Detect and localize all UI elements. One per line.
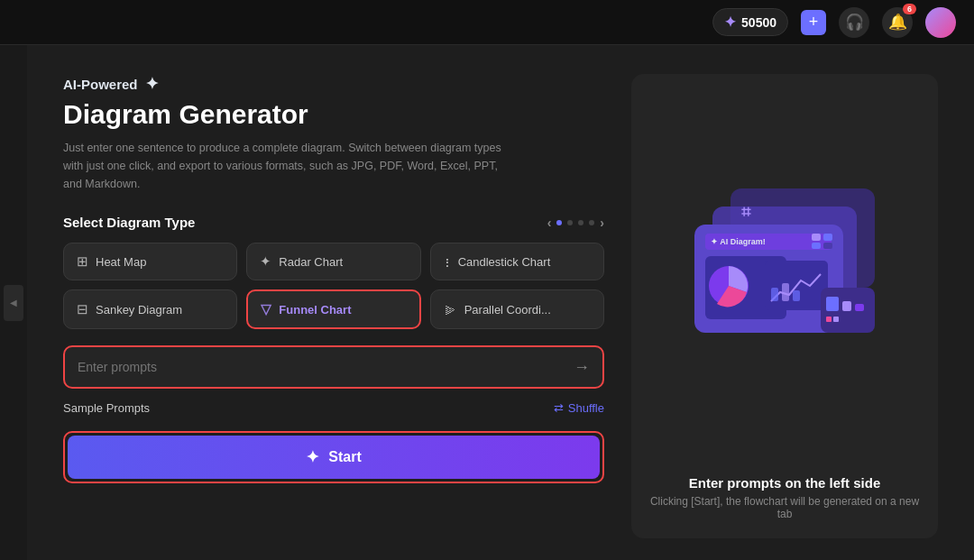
candlestick-label: Candlestick Chart xyxy=(458,255,551,269)
sparkle-icon: ✦ xyxy=(145,74,159,94)
notification-btn[interactable]: 🔔 6 xyxy=(882,7,913,38)
svg-rect-17 xyxy=(826,297,839,311)
ai-label: AI-Powered ✦ xyxy=(63,74,604,94)
add-button[interactable]: + xyxy=(801,10,826,35)
svg-rect-13 xyxy=(812,243,821,249)
start-star-icon: ✦ xyxy=(306,447,319,467)
svg-rect-19 xyxy=(855,304,864,311)
star-icon: ✦ xyxy=(724,14,736,31)
sample-prompts-row: Sample Prompts ⇄ Shuffle xyxy=(63,401,604,415)
diagram-btn-sankey[interactable]: ⊟ Sankey Diagram xyxy=(63,289,237,329)
svg-rect-14 xyxy=(823,243,832,249)
prompt-input[interactable] xyxy=(78,360,574,374)
dot-2 xyxy=(567,220,573,225)
notification-badge: 6 xyxy=(903,4,916,14)
pagination: ‹ › xyxy=(547,216,604,230)
svg-rect-20 xyxy=(826,317,832,322)
sample-prompts-label: Sample Prompts xyxy=(63,401,150,415)
shuffle-icon: ⇄ xyxy=(554,401,564,415)
page-title: Diagram Generator xyxy=(63,99,604,130)
points-display: ✦ 50500 xyxy=(712,8,788,36)
left-panel: AI-Powered ✦ Diagram Generator Just ente… xyxy=(63,74,604,538)
start-button-wrap: ✦ Start xyxy=(63,431,604,483)
prompt-submit-arrow[interactable]: → xyxy=(574,358,590,377)
sankey-icon: ⊟ xyxy=(77,301,88,317)
right-panel-text: Enter prompts on the left side Clicking … xyxy=(649,475,920,520)
svg-rect-12 xyxy=(823,234,832,241)
radar-label: Radar Chart xyxy=(279,255,343,269)
headset-icon: 🎧 xyxy=(845,13,864,32)
ai-label-text: AI-Powered xyxy=(63,77,138,92)
dot-1 xyxy=(556,220,562,225)
svg-rect-11 xyxy=(812,234,821,241)
svg-rect-6 xyxy=(771,288,778,301)
headset-icon-btn[interactable]: 🎧 xyxy=(839,7,869,38)
shuffle-button[interactable]: ⇄ Shuffle xyxy=(554,401,604,415)
svg-rect-8 xyxy=(793,290,800,301)
parallel-icon: ⫸ xyxy=(444,302,457,317)
sankey-label: Sankey Diagram xyxy=(96,303,182,317)
funnel-label: Funnel Chart xyxy=(279,303,351,317)
heat-map-icon: ⊞ xyxy=(77,253,88,270)
start-button[interactable]: ✦ Start xyxy=(68,436,600,479)
collapse-button[interactable]: ◀ xyxy=(4,285,23,321)
start-label: Start xyxy=(328,449,361,465)
bell-icon: 🔔 xyxy=(888,13,907,32)
topnav: ✦ 50500 + 🎧 🔔 6 xyxy=(0,0,974,45)
main-layout: ◀ AI-Powered ✦ Diagram Generator Just en… xyxy=(0,45,974,560)
left-strip: ◀ xyxy=(0,45,27,560)
next-arrow[interactable]: › xyxy=(600,216,604,230)
select-diagram-label: Select Diagram Type ‹ › xyxy=(63,215,604,230)
svg-rect-21 xyxy=(833,317,839,322)
diagram-btn-parallel[interactable]: ⫸ Parallel Coordi... xyxy=(430,289,604,329)
candlestick-icon: ⫶ xyxy=(444,254,451,270)
diagram-btn-funnel[interactable]: ▽ Funnel Chart xyxy=(246,289,420,329)
shuffle-label: Shuffle xyxy=(568,401,604,415)
svg-text:⌗: ⌗ xyxy=(741,203,751,221)
svg-text:✦ AI Diagram!: ✦ AI Diagram! xyxy=(711,237,766,246)
funnel-icon: ▽ xyxy=(261,301,271,317)
prompt-input-wrap: → xyxy=(63,345,604,389)
parallel-label: Parallel Coordi... xyxy=(464,303,551,317)
svg-rect-18 xyxy=(842,301,851,311)
right-sub-text: Clicking [Start], the flowchart will be … xyxy=(649,495,920,520)
select-label-text: Select Diagram Type xyxy=(63,215,195,230)
radar-icon: ✦ xyxy=(260,253,271,270)
svg-rect-7 xyxy=(782,283,789,301)
subtitle-text: Just enter one sentence to produce a com… xyxy=(63,139,514,193)
diagram-btn-candlestick[interactable]: ⫶ Candlestick Chart xyxy=(430,243,604,280)
points-value: 50500 xyxy=(741,15,776,30)
diagram-type-grid: ⊞ Heat Map ✦ Radar Chart ⫶ Candlestick C… xyxy=(63,243,604,329)
prev-arrow[interactable]: ‹ xyxy=(547,216,552,230)
dot-3 xyxy=(578,220,583,225)
diagram-btn-heat-map[interactable]: ⊞ Heat Map xyxy=(63,243,237,280)
right-panel: ✦ AI Diagram! ⌗ xyxy=(631,74,938,538)
diagram-btn-radar-chart[interactable]: ✦ Radar Chart xyxy=(246,243,420,280)
preview-image: ✦ AI Diagram! ⌗ xyxy=(649,92,920,464)
avatar[interactable] xyxy=(925,7,956,38)
right-main-text: Enter prompts on the left side xyxy=(649,475,920,491)
content-area: AI-Powered ✦ Diagram Generator Just ente… xyxy=(27,45,974,560)
preview-svg: ✦ AI Diagram! ⌗ xyxy=(667,170,902,387)
dot-4 xyxy=(589,220,594,225)
heat-map-label: Heat Map xyxy=(96,255,146,269)
